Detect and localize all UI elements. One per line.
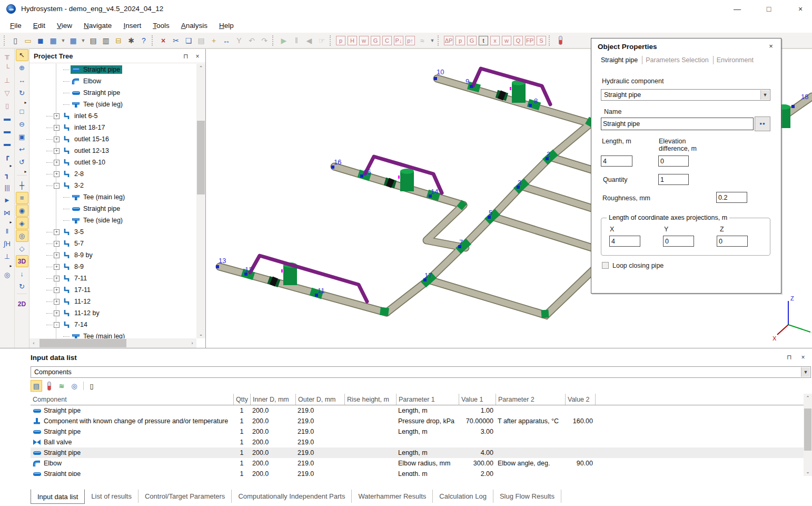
tree-item-outlet-15-16[interactable]: +outlet 15-16 xyxy=(29,133,196,145)
y-projection-field[interactable] xyxy=(663,236,694,247)
chart-icon[interactable]: ≈ xyxy=(417,35,428,46)
tee-fitting-icon[interactable]: ⊥ xyxy=(1,74,14,86)
close-icon[interactable]: × xyxy=(798,353,808,362)
tree-item-3-5[interactable]: +3-5 xyxy=(29,226,196,238)
node-marker-11[interactable] xyxy=(315,294,318,297)
table-row[interactable]: Straight pipe1200.0219.0Length, m3.00 xyxy=(31,426,804,437)
node-marker-13[interactable] xyxy=(216,265,219,268)
param-Q-button[interactable]: Q xyxy=(513,36,523,45)
tree-item-tee-main-leg-[interactable]: Tee (main leg) xyxy=(29,191,196,203)
valve-flyout-icon[interactable]: ▸ xyxy=(1,219,14,225)
table-row[interactable]: Ball valve1200.0219.0 xyxy=(31,437,804,447)
expand-icon[interactable]: + xyxy=(54,171,60,177)
tree-horizontal-scrollbar[interactable]: ‹ › xyxy=(29,338,196,348)
tree-item-7-14[interactable]: -7-14 xyxy=(29,319,196,330)
view-3d-icon[interactable]: 3D xyxy=(16,255,28,267)
straight-pipe-icon[interactable]: ▬ xyxy=(1,112,14,124)
tree-item-17-11[interactable]: +17-11 xyxy=(29,284,196,296)
elevation-field[interactable] xyxy=(658,155,689,167)
tree-item-outlet-9-10[interactable]: +outlet 9-10 xyxy=(29,157,196,168)
tee-junction-icon[interactable]: ╥ xyxy=(1,49,14,61)
pick-element-icon[interactable]: ☞ xyxy=(316,35,328,46)
expand-icon[interactable]: + xyxy=(54,229,60,235)
database-icon[interactable]: ⊟ xyxy=(113,35,124,46)
expand-icon[interactable]: + xyxy=(54,287,60,293)
result-P-button[interactable]: P↓ xyxy=(394,36,403,45)
param-S-button[interactable]: S xyxy=(537,36,546,45)
param-x-button[interactable]: x xyxy=(490,36,500,45)
node-marker-5[interactable] xyxy=(488,216,491,219)
tree-item-2-8[interactable]: +2-8 xyxy=(29,168,196,180)
column-header-parameter-2[interactable]: Parameter 2 xyxy=(496,394,565,405)
loop-closing-checkbox[interactable] xyxy=(602,262,609,269)
close-button[interactable]: × xyxy=(793,3,808,15)
help-icon[interactable]: ? xyxy=(138,35,150,46)
find-nodes-icon[interactable]: ◉ xyxy=(16,205,28,217)
view-components-icon[interactable]: ▤ xyxy=(31,380,42,392)
table-settings-icon[interactable]: ▦ xyxy=(67,35,79,46)
table-row[interactable]: Straight pipe1200.0219.0Length, m1.00 xyxy=(31,405,804,416)
tree-item-tee-side-leg-[interactable]: Tee (side leg) xyxy=(29,215,196,226)
branch-step-icon[interactable]: └ xyxy=(1,62,14,74)
node-marker-14[interactable] xyxy=(429,194,432,198)
table-row[interactable]: Component with known change of pressure … xyxy=(31,416,804,426)
menu-navigate[interactable]: Navigate xyxy=(78,20,117,32)
param-t-button[interactable]: t xyxy=(479,36,488,45)
node-marker-17[interactable] xyxy=(423,278,427,281)
close-icon[interactable]: × xyxy=(193,52,202,61)
grid-settings-icon[interactable]: ▦ xyxy=(47,35,59,46)
node-marker-3[interactable] xyxy=(517,186,520,189)
expand-icon[interactable]: + xyxy=(54,125,60,131)
find-sizes-icon[interactable]: ◇ xyxy=(16,242,28,255)
result-C-button[interactable]: C xyxy=(382,36,392,45)
undo-icon[interactable]: ↶ xyxy=(246,35,258,46)
expand-icon[interactable]: + xyxy=(54,113,60,119)
zoom-out-icon[interactable]: ⊖ xyxy=(16,118,28,130)
menu-tools[interactable]: Tools xyxy=(147,20,175,32)
add-node-icon[interactable]: + xyxy=(208,35,220,46)
apparatus-icon[interactable]: ⊥ xyxy=(1,250,14,262)
param-G-button[interactable]: G xyxy=(467,36,477,45)
view-sample-icon[interactable]: ▯ xyxy=(86,380,97,392)
tree-item-inlet-18-17[interactable]: +inlet 18-17 xyxy=(29,122,196,133)
tree-item-3-2[interactable]: -3-2 xyxy=(29,180,196,191)
param-w-button[interactable]: w xyxy=(502,36,511,45)
gate-valve-icon[interactable]: ‖ xyxy=(1,225,14,237)
tree-item-straight-pipe[interactable]: Straight pipe xyxy=(29,203,196,215)
new-file-icon[interactable]: ▯ xyxy=(9,35,21,46)
z-projection-field[interactable] xyxy=(717,236,748,247)
tab-input-data-list[interactable]: Input data list xyxy=(31,489,85,504)
zoom-window-icon[interactable]: □ xyxy=(16,105,28,118)
param-p-button[interactable]: p xyxy=(455,36,465,45)
quantity-field[interactable] xyxy=(658,174,689,185)
minimize-button[interactable]: — xyxy=(730,3,745,15)
table-row[interactable]: Elbow1200.0219.0Elbow radius, mm300.00El… xyxy=(31,458,804,469)
length-field[interactable] xyxy=(601,155,632,167)
print-preview-icon[interactable]: ▥ xyxy=(100,35,112,46)
expand-icon[interactable]: + xyxy=(54,160,60,166)
hydraulic-component-select[interactable]: Straight pipe ▼ xyxy=(601,89,770,101)
tree-item-outlet-12-13[interactable]: +outlet 12-13 xyxy=(29,145,196,157)
view-temperature-icon[interactable] xyxy=(43,380,55,392)
pin-icon[interactable]: ⊓ xyxy=(785,353,794,362)
print-icon[interactable]: ▤ xyxy=(87,35,99,46)
redo-icon[interactable]: ↷ xyxy=(259,35,270,46)
pipe-outlet-icon[interactable]: ▬ xyxy=(1,138,14,150)
refresh-model-icon[interactable]: ↻ xyxy=(16,280,28,293)
dimensions-toggle-icon[interactable]: ≡ xyxy=(16,192,28,204)
menu-help[interactable]: Help xyxy=(213,20,240,32)
table-row[interactable]: Straight pipe1200.0219.0Length, m4.00 xyxy=(31,447,804,458)
paste-icon[interactable]: ▤ xyxy=(195,35,207,46)
view-ring-icon[interactable]: ◎ xyxy=(68,380,80,392)
tree-item-tee-main-leg-[interactable]: Tee (main leg) xyxy=(29,330,196,338)
menu-analysis[interactable]: Analysis xyxy=(175,20,213,32)
column-header-parameter-1[interactable]: Parameter 1 xyxy=(396,394,459,405)
cut-icon[interactable]: ✂ xyxy=(170,35,182,46)
tree-item-elbow[interactable]: Elbow xyxy=(29,75,196,87)
column-header-inner-d-mm[interactable]: Inner D, mm xyxy=(250,394,295,405)
expand-icon[interactable]: + xyxy=(54,241,60,247)
zoom-in-icon[interactable]: ⊕ xyxy=(16,62,28,74)
pipe-inlet-icon[interactable]: ▬ xyxy=(1,125,14,137)
sample-tube-icon[interactable]: ▯ xyxy=(1,100,14,112)
menu-view[interactable]: View xyxy=(51,20,78,32)
